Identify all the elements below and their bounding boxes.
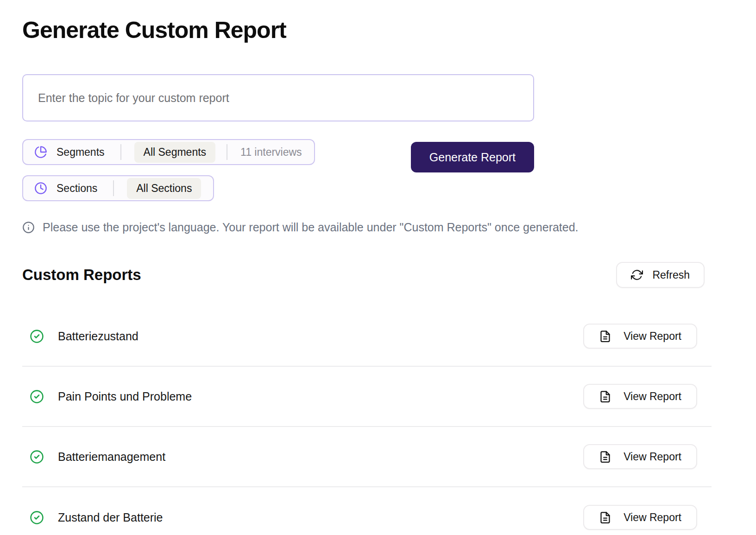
report-title: Zustand der Batterie xyxy=(58,511,163,524)
info-icon xyxy=(22,221,35,234)
pie-chart-icon xyxy=(34,146,47,159)
divider xyxy=(120,144,121,160)
report-row-info: Pain Points und Probleme xyxy=(22,389,192,404)
segments-filter-label: Segments xyxy=(57,146,105,159)
check-circle-icon xyxy=(30,329,44,344)
report-row: Batteriezustand View Report xyxy=(22,306,712,367)
file-text-icon xyxy=(599,390,611,403)
report-title: Pain Points und Probleme xyxy=(58,390,192,403)
generate-custom-report-page: Generate Custom Report Segments All Segm… xyxy=(0,0,756,535)
sections-filter-chip[interactable]: Sections All Sections xyxy=(22,175,214,201)
report-title: Batteriezustand xyxy=(58,330,139,343)
info-note: Please use the project's language. Your … xyxy=(22,221,712,234)
generate-report-button[interactable]: Generate Report xyxy=(411,142,534,172)
file-text-icon xyxy=(599,451,611,463)
segments-filter-value[interactable]: All Segments xyxy=(134,142,216,163)
report-row-info: Zustand der Batterie xyxy=(22,510,163,525)
view-report-button[interactable]: View Report xyxy=(583,444,697,469)
check-circle-icon xyxy=(30,450,44,464)
refresh-button[interactable]: Refresh xyxy=(616,262,705,288)
sections-filter-label: Sections xyxy=(57,182,97,195)
topic-input[interactable] xyxy=(22,74,534,121)
report-row: Batteriemanagement View Report xyxy=(22,427,712,487)
refresh-button-label: Refresh xyxy=(652,269,690,281)
custom-reports-heading: Custom Reports xyxy=(22,266,141,284)
sections-filter-value[interactable]: All Sections xyxy=(127,178,201,199)
view-report-label: View Report xyxy=(624,451,681,463)
segments-interview-count: 11 interviews xyxy=(240,146,302,159)
view-report-button[interactable]: View Report xyxy=(583,324,697,349)
report-row: Pain Points und Probleme View Report xyxy=(22,367,712,427)
view-report-label: View Report xyxy=(624,330,681,343)
check-circle-icon xyxy=(30,389,44,404)
view-report-button[interactable]: View Report xyxy=(583,384,697,409)
report-title: Batteriemanagement xyxy=(58,450,165,464)
divider xyxy=(113,180,114,196)
report-row: Zustand der Batterie View Report xyxy=(22,487,712,535)
page-title: Generate Custom Report xyxy=(22,17,712,44)
divider xyxy=(227,144,227,160)
file-text-icon xyxy=(599,330,611,343)
custom-reports-list: Batteriezustand View Report Pain Points … xyxy=(22,306,712,535)
view-report-label: View Report xyxy=(624,390,681,403)
clock-icon xyxy=(34,182,47,195)
segments-filter-chip[interactable]: Segments All Segments 11 interviews xyxy=(22,139,315,165)
refresh-icon xyxy=(631,269,643,281)
view-report-label: View Report xyxy=(624,511,681,524)
report-row-info: Batteriemanagement xyxy=(22,450,165,464)
info-note-text: Please use the project's language. Your … xyxy=(43,221,579,234)
view-report-button[interactable]: View Report xyxy=(583,505,697,530)
check-circle-icon xyxy=(30,510,44,525)
filter-chips: Segments All Segments 11 interviews Sect… xyxy=(22,139,315,201)
file-text-icon xyxy=(599,511,611,524)
custom-reports-header: Custom Reports Refresh xyxy=(22,262,712,288)
controls-row: Segments All Segments 11 interviews Sect… xyxy=(22,139,534,201)
report-row-info: Batteriezustand xyxy=(22,329,139,344)
